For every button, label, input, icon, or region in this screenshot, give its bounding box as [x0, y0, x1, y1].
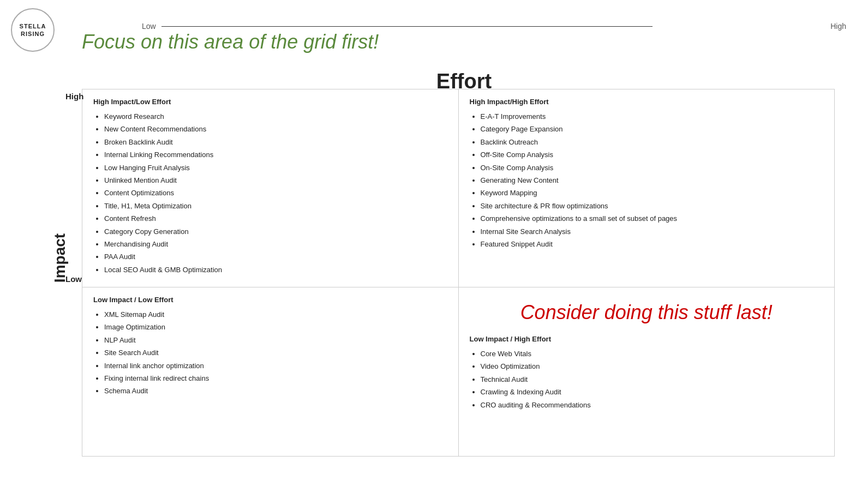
list-item: New Content Recommendations: [104, 123, 447, 135]
list-item: Internal link anchor optimization: [104, 359, 447, 372]
quadrant-bottom-right: Consider doing this stuff last! Low Impa…: [459, 287, 835, 457]
list-item: PAA Audit: [104, 250, 447, 263]
list-item: XML Sitemap Audit: [104, 308, 447, 321]
list-item: Content Refresh: [104, 212, 447, 225]
list-item: Title, H1, Meta Optimization: [104, 200, 447, 212]
effort-low-label: Low: [142, 22, 156, 31]
quadrant-top-left: High Impact/Low Effort Keyword Research …: [82, 89, 459, 287]
impact-high-label: High: [65, 92, 83, 101]
list-item: Unlinked Mention Audit: [104, 174, 447, 187]
quadrant-top-left-list: Keyword Research New Content Recommendat…: [93, 110, 447, 276]
quadrant-top-right-title: High Impact/High Effort: [470, 98, 824, 106]
quadrant-bottom-left: Low Impact / Low Effort XML Sitemap Audi…: [82, 287, 459, 457]
list-item: On-Site Comp Analysis: [481, 161, 824, 174]
quadrant-top-right: High Impact/High Effort E-A-T Improvemen…: [459, 89, 835, 287]
list-item: Keyword Research: [104, 110, 447, 123]
list-item: Category Page Expansion: [481, 123, 824, 135]
list-item: Site Search Audit: [104, 346, 447, 359]
list-item: Internal Linking Recommendations: [104, 148, 447, 161]
list-item: Low Hanging Fruit Analysis: [104, 161, 447, 174]
list-item: Generating New Content: [481, 174, 824, 187]
list-item: Category Copy Generation: [104, 225, 447, 238]
header: Low High Focus on this area of the grid …: [82, 11, 846, 53]
quadrant-bottom-left-title: Low Impact / Low Effort: [93, 296, 447, 304]
list-item: NLP Audit: [104, 334, 447, 346]
consider-title: Consider doing this stuff last!: [470, 301, 824, 324]
list-item: Image Optimization: [104, 321, 447, 333]
list-item: Fixing internal link redirect chains: [104, 372, 447, 385]
effort-center-label: Effort: [436, 70, 492, 93]
quadrant-bottom-right-list: Core Web Vitals Video Optimization Techn…: [470, 347, 824, 411]
list-item: Internal Site Search Analysis: [481, 225, 824, 238]
effort-high-label: High: [830, 22, 846, 31]
list-item: Broken Backlink Audit: [104, 136, 447, 148]
quadrant-bottom-right-title: Low Impact / High Effort: [470, 335, 824, 343]
impact-low-label: Low: [65, 274, 82, 284]
grid-area: Impact High Low Effort High Impact/Low E…: [82, 59, 846, 457]
list-item: Merchandising Audit: [104, 238, 447, 250]
list-item: Keyword Mapping: [481, 187, 824, 199]
quadrant-top-left-title: High Impact/Low Effort: [93, 98, 447, 106]
effort-axis-line: [161, 26, 653, 27]
list-item: Off-Site Comp Analysis: [481, 148, 824, 161]
list-item: Video Optimization: [481, 360, 824, 373]
logo-line2: RISING: [21, 31, 45, 37]
quadrant-bottom-left-list: XML Sitemap Audit Image Optimization NLP…: [93, 308, 447, 398]
effort-axis-top: Low High: [142, 22, 846, 31]
quadrant-top-right-list: E-A-T Improvements Category Page Expansi…: [470, 110, 824, 250]
list-item: E-A-T Improvements: [481, 110, 824, 123]
list-item: Content Optimizations: [104, 187, 447, 199]
list-item: Local SEO Audit & GMB Optimization: [104, 263, 447, 276]
logo-text: STELLA RISING: [20, 22, 46, 38]
list-item: Comprehensive optimizations to a small s…: [481, 212, 824, 225]
logo-line1: STELLA: [20, 23, 46, 29]
page: STELLA RISING Low High Focus on this are…: [0, 0, 868, 486]
list-item: Technical Audit: [481, 373, 824, 386]
list-item: Featured Snippet Audit: [481, 238, 824, 250]
logo: STELLA RISING: [11, 8, 55, 52]
list-item: Backlink Outreach: [481, 136, 824, 148]
list-item: Crawling & Indexing Audit: [481, 386, 824, 398]
list-item: Core Web Vitals: [481, 347, 824, 360]
main-title: Focus on this area of the grid first!: [82, 31, 846, 53]
list-item: Schema Audit: [104, 385, 447, 397]
quadrant-grid: High Impact/Low Effort Keyword Research …: [82, 89, 835, 457]
list-item: CRO auditing & Recommendations: [481, 399, 824, 411]
list-item: Site architecture & PR flow optimization…: [481, 200, 824, 212]
